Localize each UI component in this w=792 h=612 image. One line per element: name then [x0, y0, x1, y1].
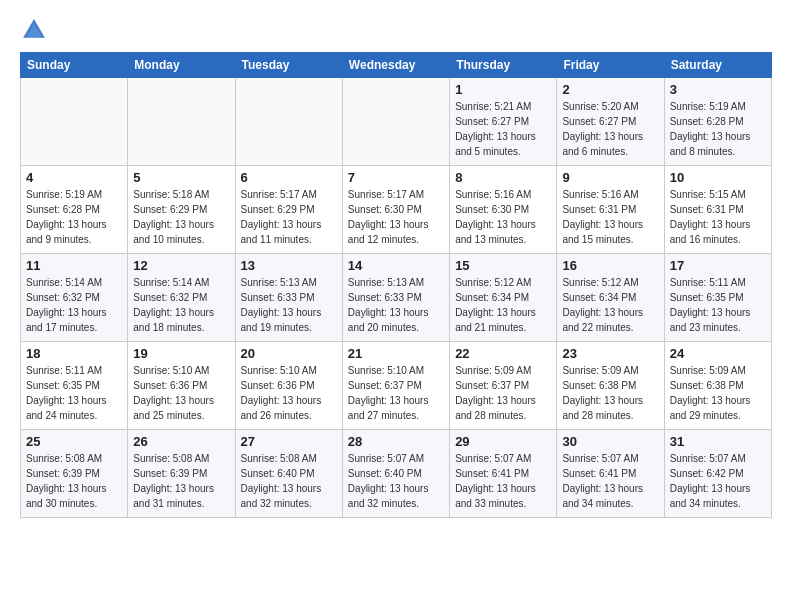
day-detail: Sunrise: 5:07 AMSunset: 6:41 PMDaylight:…: [455, 451, 551, 511]
day-detail: Sunrise: 5:12 AMSunset: 6:34 PMDaylight:…: [455, 275, 551, 335]
day-detail: Sunrise: 5:12 AMSunset: 6:34 PMDaylight:…: [562, 275, 658, 335]
day-detail: Sunrise: 5:07 AMSunset: 6:40 PMDaylight:…: [348, 451, 444, 511]
calendar-cell: 16Sunrise: 5:12 AMSunset: 6:34 PMDayligh…: [557, 254, 664, 342]
day-detail: Sunrise: 5:09 AMSunset: 6:38 PMDaylight:…: [562, 363, 658, 423]
day-number: 29: [455, 434, 551, 449]
calendar-week-row: 25Sunrise: 5:08 AMSunset: 6:39 PMDayligh…: [21, 430, 772, 518]
day-detail: Sunrise: 5:07 AMSunset: 6:42 PMDaylight:…: [670, 451, 766, 511]
weekday-header-cell: Thursday: [450, 53, 557, 78]
day-number: 16: [562, 258, 658, 273]
day-number: 21: [348, 346, 444, 361]
day-detail: Sunrise: 5:20 AMSunset: 6:27 PMDaylight:…: [562, 99, 658, 159]
day-detail: Sunrise: 5:08 AMSunset: 6:39 PMDaylight:…: [26, 451, 122, 511]
weekday-header-cell: Sunday: [21, 53, 128, 78]
header: [20, 16, 772, 44]
day-detail: Sunrise: 5:19 AMSunset: 6:28 PMDaylight:…: [26, 187, 122, 247]
day-detail: Sunrise: 5:21 AMSunset: 6:27 PMDaylight:…: [455, 99, 551, 159]
day-detail: Sunrise: 5:09 AMSunset: 6:38 PMDaylight:…: [670, 363, 766, 423]
calendar-cell: 10Sunrise: 5:15 AMSunset: 6:31 PMDayligh…: [664, 166, 771, 254]
day-number: 24: [670, 346, 766, 361]
day-detail: Sunrise: 5:09 AMSunset: 6:37 PMDaylight:…: [455, 363, 551, 423]
day-number: 25: [26, 434, 122, 449]
day-number: 20: [241, 346, 337, 361]
calendar-cell: 29Sunrise: 5:07 AMSunset: 6:41 PMDayligh…: [450, 430, 557, 518]
day-number: 1: [455, 82, 551, 97]
day-number: 23: [562, 346, 658, 361]
calendar-cell: 24Sunrise: 5:09 AMSunset: 6:38 PMDayligh…: [664, 342, 771, 430]
day-detail: Sunrise: 5:17 AMSunset: 6:29 PMDaylight:…: [241, 187, 337, 247]
day-number: 27: [241, 434, 337, 449]
calendar-cell: 28Sunrise: 5:07 AMSunset: 6:40 PMDayligh…: [342, 430, 449, 518]
day-detail: Sunrise: 5:10 AMSunset: 6:36 PMDaylight:…: [133, 363, 229, 423]
day-number: 7: [348, 170, 444, 185]
logo: [20, 16, 52, 44]
calendar-cell: 3Sunrise: 5:19 AMSunset: 6:28 PMDaylight…: [664, 78, 771, 166]
day-number: 8: [455, 170, 551, 185]
calendar-cell: 17Sunrise: 5:11 AMSunset: 6:35 PMDayligh…: [664, 254, 771, 342]
day-detail: Sunrise: 5:13 AMSunset: 6:33 PMDaylight:…: [348, 275, 444, 335]
calendar-cell: 4Sunrise: 5:19 AMSunset: 6:28 PMDaylight…: [21, 166, 128, 254]
day-number: 9: [562, 170, 658, 185]
day-number: 18: [26, 346, 122, 361]
calendar-cell: 25Sunrise: 5:08 AMSunset: 6:39 PMDayligh…: [21, 430, 128, 518]
calendar-cell: 15Sunrise: 5:12 AMSunset: 6:34 PMDayligh…: [450, 254, 557, 342]
day-number: 15: [455, 258, 551, 273]
day-detail: Sunrise: 5:08 AMSunset: 6:40 PMDaylight:…: [241, 451, 337, 511]
day-detail: Sunrise: 5:18 AMSunset: 6:29 PMDaylight:…: [133, 187, 229, 247]
day-detail: Sunrise: 5:10 AMSunset: 6:37 PMDaylight:…: [348, 363, 444, 423]
weekday-header-cell: Tuesday: [235, 53, 342, 78]
weekday-header-cell: Friday: [557, 53, 664, 78]
weekday-header-cell: Wednesday: [342, 53, 449, 78]
weekday-header-cell: Saturday: [664, 53, 771, 78]
calendar-cell: 31Sunrise: 5:07 AMSunset: 6:42 PMDayligh…: [664, 430, 771, 518]
calendar-cell: 11Sunrise: 5:14 AMSunset: 6:32 PMDayligh…: [21, 254, 128, 342]
calendar-cell: 8Sunrise: 5:16 AMSunset: 6:30 PMDaylight…: [450, 166, 557, 254]
calendar-cell: 21Sunrise: 5:10 AMSunset: 6:37 PMDayligh…: [342, 342, 449, 430]
calendar-cell: 30Sunrise: 5:07 AMSunset: 6:41 PMDayligh…: [557, 430, 664, 518]
day-number: 13: [241, 258, 337, 273]
day-detail: Sunrise: 5:16 AMSunset: 6:30 PMDaylight:…: [455, 187, 551, 247]
day-number: 11: [26, 258, 122, 273]
calendar-cell: 7Sunrise: 5:17 AMSunset: 6:30 PMDaylight…: [342, 166, 449, 254]
day-number: 17: [670, 258, 766, 273]
day-number: 10: [670, 170, 766, 185]
day-number: 26: [133, 434, 229, 449]
day-number: 30: [562, 434, 658, 449]
calendar-cell: 12Sunrise: 5:14 AMSunset: 6:32 PMDayligh…: [128, 254, 235, 342]
calendar-cell: 18Sunrise: 5:11 AMSunset: 6:35 PMDayligh…: [21, 342, 128, 430]
calendar-week-row: 18Sunrise: 5:11 AMSunset: 6:35 PMDayligh…: [21, 342, 772, 430]
day-number: 19: [133, 346, 229, 361]
calendar-cell: 20Sunrise: 5:10 AMSunset: 6:36 PMDayligh…: [235, 342, 342, 430]
calendar-cell: 22Sunrise: 5:09 AMSunset: 6:37 PMDayligh…: [450, 342, 557, 430]
calendar-cell: 6Sunrise: 5:17 AMSunset: 6:29 PMDaylight…: [235, 166, 342, 254]
calendar-cell: 1Sunrise: 5:21 AMSunset: 6:27 PMDaylight…: [450, 78, 557, 166]
day-number: 3: [670, 82, 766, 97]
day-detail: Sunrise: 5:07 AMSunset: 6:41 PMDaylight:…: [562, 451, 658, 511]
calendar-cell: [342, 78, 449, 166]
day-detail: Sunrise: 5:17 AMSunset: 6:30 PMDaylight:…: [348, 187, 444, 247]
page: SundayMondayTuesdayWednesdayThursdayFrid…: [0, 0, 792, 612]
calendar-week-row: 11Sunrise: 5:14 AMSunset: 6:32 PMDayligh…: [21, 254, 772, 342]
day-number: 5: [133, 170, 229, 185]
day-number: 22: [455, 346, 551, 361]
calendar-cell: 19Sunrise: 5:10 AMSunset: 6:36 PMDayligh…: [128, 342, 235, 430]
logo-icon: [20, 16, 48, 44]
day-detail: Sunrise: 5:15 AMSunset: 6:31 PMDaylight:…: [670, 187, 766, 247]
calendar-cell: [21, 78, 128, 166]
day-number: 14: [348, 258, 444, 273]
calendar-week-row: 1Sunrise: 5:21 AMSunset: 6:27 PMDaylight…: [21, 78, 772, 166]
day-detail: Sunrise: 5:13 AMSunset: 6:33 PMDaylight:…: [241, 275, 337, 335]
calendar-week-row: 4Sunrise: 5:19 AMSunset: 6:28 PMDaylight…: [21, 166, 772, 254]
day-detail: Sunrise: 5:11 AMSunset: 6:35 PMDaylight:…: [26, 363, 122, 423]
weekday-header: SundayMondayTuesdayWednesdayThursdayFrid…: [21, 53, 772, 78]
day-number: 12: [133, 258, 229, 273]
calendar-cell: [235, 78, 342, 166]
calendar-body: 1Sunrise: 5:21 AMSunset: 6:27 PMDaylight…: [21, 78, 772, 518]
day-detail: Sunrise: 5:14 AMSunset: 6:32 PMDaylight:…: [26, 275, 122, 335]
day-number: 28: [348, 434, 444, 449]
day-detail: Sunrise: 5:11 AMSunset: 6:35 PMDaylight:…: [670, 275, 766, 335]
calendar-cell: 14Sunrise: 5:13 AMSunset: 6:33 PMDayligh…: [342, 254, 449, 342]
calendar-cell: 2Sunrise: 5:20 AMSunset: 6:27 PMDaylight…: [557, 78, 664, 166]
day-detail: Sunrise: 5:14 AMSunset: 6:32 PMDaylight:…: [133, 275, 229, 335]
day-detail: Sunrise: 5:16 AMSunset: 6:31 PMDaylight:…: [562, 187, 658, 247]
